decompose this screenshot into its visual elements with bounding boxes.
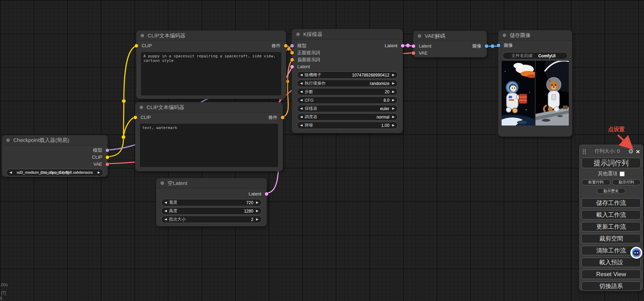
drag-handle-icon[interactable] (582, 149, 586, 154)
node-title-bar[interactable]: 空Latent (156, 178, 267, 188)
view-queue-button[interactable]: 顯示佇列 (612, 179, 641, 185)
link-dot (491, 44, 495, 48)
collapse-dot-icon[interactable] (503, 34, 506, 37)
widget-height[interactable]: ◀ 高度 1280 ▶ (161, 207, 262, 215)
widget-width[interactable]: ◀ 寬度 720 ▶ (161, 199, 262, 206)
extra-options-checkbox[interactable] (620, 172, 624, 176)
node-title-bar[interactable]: Checkpoint载入器(簡易) (2, 135, 107, 145)
collapse-dot-icon[interactable] (141, 34, 144, 37)
decrement-arrow-icon[interactable]: ◀ (300, 82, 303, 85)
widget-scheduler[interactable]: ◀ 調度器 normal ▶ (297, 113, 398, 121)
output-slot-label: 條件 (271, 42, 281, 49)
comfyui-canvas[interactable]: CLIP文本编码器 CLIP 條件 A puppy in a spacesuit… (0, 0, 644, 301)
increment-arrow-icon[interactable]: ▶ (392, 99, 395, 102)
collapse-dot-icon[interactable] (296, 33, 300, 36)
increment-arrow-icon[interactable]: ▶ (392, 124, 395, 127)
queue-prompt-button[interactable]: 提示詞佇列 (581, 158, 641, 168)
increment-arrow-icon[interactable]: ▶ (392, 82, 395, 85)
node-save-image[interactable]: 儲存圖像 圖像 文件名前綴 ComfyUI (498, 30, 572, 136)
widget-cfg[interactable]: ◀ CFG 8.0 ▶ (297, 96, 398, 104)
output-slot-vae[interactable] (106, 163, 109, 166)
output-slot-image[interactable] (485, 44, 488, 48)
output-slot-label: CLIP (92, 154, 102, 161)
close-icon[interactable]: × (636, 148, 640, 155)
widget-ckpt-name[interactable]: ◀ Checkpoint名稱 sd3_medium_incl_clips_t5x… (6, 169, 103, 176)
clip-space-button[interactable]: 裁剪空間 (581, 234, 641, 243)
node-title-bar[interactable]: CLIP文本编码器 (135, 102, 283, 113)
input-slot-positive[interactable] (290, 51, 294, 55)
node-title-bar[interactable]: 儲存圖像 (498, 30, 572, 41)
output-slot-conditioning[interactable] (284, 44, 288, 48)
increment-arrow-icon[interactable]: ▶ (392, 90, 395, 93)
input-slot-label: Latent (297, 63, 310, 70)
decrement-arrow-icon[interactable]: ◀ (164, 201, 167, 204)
widget-steps[interactable]: ◀ 步數 20 ▶ (297, 88, 398, 95)
collapse-dot-icon[interactable] (418, 34, 421, 38)
queue-front-button[interactable]: 前置佇列 (582, 179, 610, 185)
increment-arrow-icon[interactable]: ▶ (256, 218, 259, 221)
widget-control-after-generate[interactable]: ◀ 執行後操作 randomize ▶ (297, 80, 398, 87)
output-slot-model[interactable] (106, 149, 109, 152)
link-dot (406, 44, 410, 48)
increment-arrow-icon[interactable]: ▶ (392, 115, 395, 119)
output-slot-label: Latent (249, 191, 261, 198)
node-clip-text-encode-negative[interactable]: CLIP文本编码器 CLIP 條件 text, watermark (135, 102, 283, 171)
widget-batch-size[interactable]: ◀ 批次大小 2 ▶ (161, 216, 262, 223)
output-slot-latent[interactable] (401, 44, 404, 48)
decrement-arrow-icon[interactable]: ◀ (300, 124, 303, 127)
input-slot-clip[interactable] (134, 116, 137, 119)
increment-arrow-icon[interactable]: ▶ (256, 209, 259, 213)
input-slot-latent[interactable] (412, 44, 415, 48)
input-slot-clip[interactable] (135, 44, 138, 48)
widget-sampler-name[interactable]: ◀ 採樣器 euler ▶ (297, 105, 398, 112)
increment-arrow-icon[interactable]: ▶ (392, 73, 395, 77)
debug-label: 25 (0, 296, 2, 301)
node-vae-decode[interactable]: VAE解碼 Latent 圖像 VAE (413, 31, 487, 57)
node-checkpoint-loader[interactable]: Checkpoint载入器(簡易) 模型 CLIP VAE ◀ Checkpoi… (2, 135, 107, 177)
node-title-bar[interactable]: CLIP文本编码器 (136, 31, 286, 41)
decrement-arrow-icon[interactable]: ◀ (300, 90, 303, 93)
node-ksampler[interactable]: K採樣器 模型 Latent 正面提示詞 負面提示詞 Latent ◀ 隨機種子… (292, 29, 403, 133)
increment-arrow-icon[interactable]: ▶ (392, 107, 395, 110)
output-slot-latent[interactable] (265, 192, 268, 196)
refresh-workflow-button[interactable]: 更新工作流 (581, 222, 641, 231)
node-empty-latent[interactable]: 空Latent Latent ◀ 寬度 720 ▶ ◀ 高度 1280 ▶ ◀ … (156, 178, 267, 226)
prompt-textarea[interactable]: text, watermark (140, 124, 278, 167)
assistant-bubble-icon[interactable] (630, 247, 642, 259)
decrement-arrow-icon[interactable]: ◀ (164, 209, 167, 213)
input-slot-vae[interactable] (412, 51, 415, 55)
input-slot-label: 圖像 (504, 42, 513, 49)
decrement-arrow-icon[interactable]: ◀ (164, 218, 167, 221)
decrement-arrow-icon[interactable]: ◀ (300, 107, 303, 110)
link-dot (286, 80, 289, 83)
next-arrow-icon[interactable]: ▶ (98, 171, 100, 174)
widget-denoise[interactable]: ◀ 降噪 1.00 ▶ (297, 122, 398, 129)
prompt-textarea[interactable]: A puppy in a spacesuit repairing a space… (141, 52, 281, 95)
widget-seed[interactable]: ◀ 隨機種子 1074789268990412 ▶ (297, 71, 398, 79)
input-slot-negative[interactable] (290, 58, 294, 62)
load-default-button[interactable]: 載入預設 (581, 258, 641, 267)
link-dot (122, 135, 126, 139)
reset-view-button[interactable]: Reset View (581, 270, 641, 279)
decrement-arrow-icon[interactable]: ◀ (300, 99, 303, 102)
input-slot-model[interactable] (290, 44, 294, 48)
increment-arrow-icon[interactable]: ▶ (256, 201, 259, 204)
load-workflow-button[interactable]: 載入工作流 (581, 210, 641, 220)
input-slot-latent[interactable] (290, 65, 294, 69)
collapse-dot-icon[interactable] (161, 181, 164, 185)
decrement-arrow-icon[interactable]: ◀ (300, 73, 303, 77)
collapse-dot-icon[interactable] (140, 106, 143, 109)
output-slot-clip[interactable] (106, 156, 109, 159)
widget-filename-prefix[interactable]: 文件名前綴 ComfyUI (503, 52, 568, 59)
node-title-bar[interactable]: VAE解碼 (413, 31, 487, 41)
node-clip-text-encode-positive[interactable]: CLIP文本编码器 CLIP 條件 A puppy in a spacesuit… (136, 31, 286, 99)
collapse-dot-icon[interactable] (6, 138, 10, 142)
input-slot-image[interactable] (497, 44, 500, 47)
save-workflow-button[interactable]: 儲存工作流 (581, 198, 641, 208)
node-title-bar[interactable]: K採樣器 (292, 29, 403, 40)
previous-arrow-icon[interactable]: ◀ (9, 171, 12, 174)
decrement-arrow-icon[interactable]: ◀ (300, 115, 303, 119)
output-slot-conditioning[interactable] (281, 116, 284, 119)
view-history-button[interactable]: 顯示歷史 (597, 188, 625, 194)
toggle-language-button[interactable]: 切換語系 (581, 281, 641, 291)
